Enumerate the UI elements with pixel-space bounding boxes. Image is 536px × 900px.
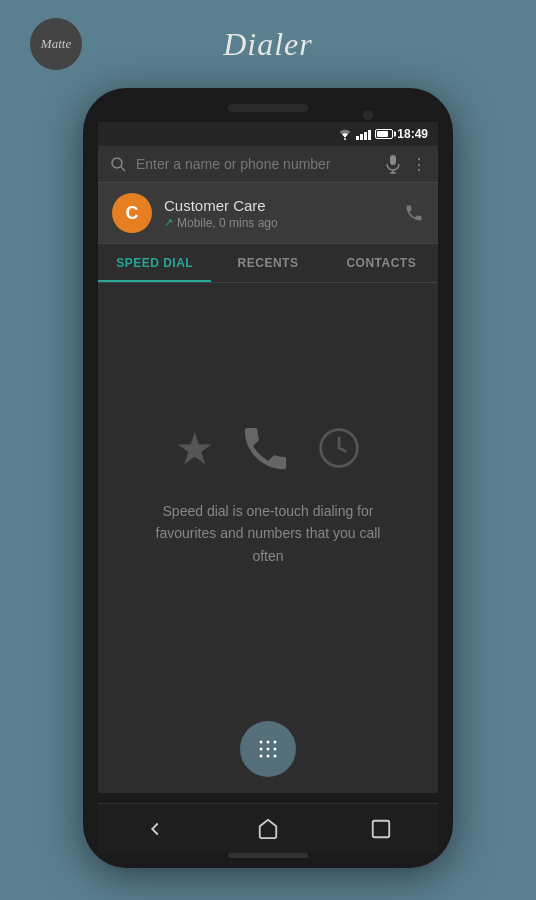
home-button[interactable] <box>257 818 279 840</box>
svg-rect-3 <box>390 155 396 165</box>
search-icon <box>110 156 126 172</box>
home-icon <box>257 818 279 840</box>
svg-point-13 <box>260 755 263 758</box>
svg-point-7 <box>260 741 263 744</box>
call-info: Customer Care ↗ Mobile, 0 mins ago <box>164 197 392 230</box>
matte-badge[interactable]: Matte <box>30 18 82 70</box>
search-placeholder[interactable]: Enter a name or phone number <box>136 156 375 172</box>
call-type: Mobile, 0 mins ago <box>177 216 278 230</box>
svg-point-1 <box>112 158 122 168</box>
call-arrow: ↗ <box>164 216 173 229</box>
recents-button[interactable] <box>370 818 392 840</box>
speed-dial-content: ★ Speed dial is one-touch dialing for fa… <box>98 283 438 705</box>
phone-camera <box>363 110 373 120</box>
signal-icon <box>356 128 371 140</box>
svg-point-9 <box>274 741 277 744</box>
tabs: SPEED DIAL RECENTS CONTACTS <box>98 244 438 283</box>
svg-point-10 <box>260 748 263 751</box>
search-bar[interactable]: Enter a name or phone number ⋮ <box>98 146 438 183</box>
contact-name: Customer Care <box>164 197 392 214</box>
svg-point-0 <box>344 138 346 140</box>
battery-icon <box>375 129 393 139</box>
svg-point-8 <box>267 741 270 744</box>
bottom-nav <box>98 803 438 853</box>
tab-contacts[interactable]: CONTACTS <box>325 244 438 282</box>
svg-point-11 <box>267 748 270 751</box>
clock-icon <box>317 426 361 470</box>
star-icon: ★ <box>175 423 214 474</box>
svg-rect-16 <box>373 820 390 837</box>
recent-call[interactable]: C Customer Care ↗ Mobile, 0 mins ago <box>98 183 438 244</box>
back-icon <box>144 818 166 840</box>
speed-dial-description: Speed dial is one-touch dialing for favo… <box>148 500 388 567</box>
top-bar: Matte Dialer <box>0 0 536 88</box>
status-icons: 18:49 <box>338 127 428 141</box>
recents-icon <box>370 818 392 840</box>
phone-bottom-bar <box>228 853 308 858</box>
icons-row: ★ <box>175 421 361 476</box>
tab-recents[interactable]: RECENTS <box>211 244 324 282</box>
phone-screen: 18:49 Enter a name or phone number ⋮ C <box>98 122 438 793</box>
phone-icon-large <box>238 421 293 476</box>
phone-body: 18:49 Enter a name or phone number ⋮ C <box>83 88 453 868</box>
app-title: Dialer <box>223 26 313 63</box>
svg-point-15 <box>274 755 277 758</box>
svg-point-14 <box>267 755 270 758</box>
call-button[interactable] <box>404 203 424 223</box>
dial-button[interactable] <box>240 721 296 777</box>
status-time: 18:49 <box>397 127 428 141</box>
call-detail: ↗ Mobile, 0 mins ago <box>164 216 392 230</box>
svg-point-12 <box>274 748 277 751</box>
svg-line-2 <box>121 167 125 171</box>
dial-button-area <box>98 705 438 793</box>
more-icon[interactable]: ⋮ <box>411 155 426 174</box>
contact-avatar: C <box>112 193 152 233</box>
tab-speed-dial[interactable]: SPEED DIAL <box>98 244 211 282</box>
wifi-icon <box>338 129 352 140</box>
back-button[interactable] <box>144 818 166 840</box>
mic-icon[interactable] <box>385 154 401 174</box>
status-bar: 18:49 <box>98 122 438 146</box>
keypad-icon <box>256 737 280 761</box>
phone-speaker <box>228 104 308 112</box>
